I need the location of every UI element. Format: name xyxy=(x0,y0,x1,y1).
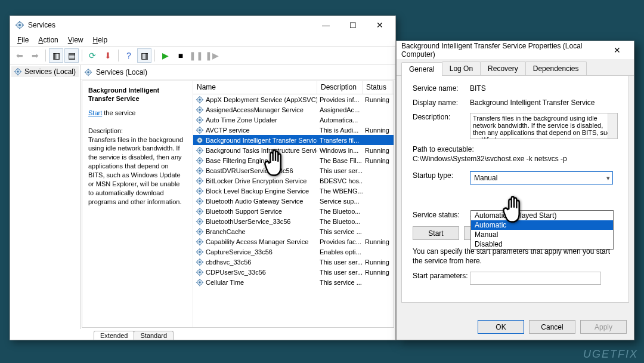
service-row[interactable]: Cellular TimeThis service ... xyxy=(193,277,394,287)
gear-icon xyxy=(196,238,204,246)
gear-icon xyxy=(196,187,204,195)
properties-button[interactable]: ▤ xyxy=(64,48,79,63)
cancel-button[interactable]: Cancel xyxy=(529,320,575,334)
gear-icon xyxy=(196,126,204,134)
service-row[interactable]: Bluetooth Audio Gateway ServiceService s… xyxy=(193,196,394,206)
forward-button[interactable]: ➡ xyxy=(28,48,42,63)
menu-view[interactable]: View xyxy=(63,35,88,45)
pane-header: Services (Local) xyxy=(80,65,395,79)
scrollbar[interactable] xyxy=(608,113,617,139)
start-params-label: Start parameters: xyxy=(413,272,470,280)
start-button[interactable]: Start xyxy=(413,226,459,240)
stop-service-button[interactable]: ■ xyxy=(174,48,188,63)
description-label: Description: xyxy=(88,127,187,134)
tab-logon[interactable]: Log On xyxy=(442,61,481,75)
description-textbox[interactable]: Transfers files in the background using … xyxy=(470,113,618,139)
toolbar: ⬅ ➡ ▥ ▤ ⟳ ⬇ ? ▥ ▶ ■ ❚❚ ❚▶ xyxy=(10,46,395,65)
service-name-value: BITS xyxy=(470,84,618,93)
close-button[interactable]: ✕ xyxy=(605,45,629,55)
tab-recovery[interactable]: Recovery xyxy=(480,61,526,75)
gear-icon xyxy=(196,197,204,205)
startup-type-combobox[interactable]: Manual▾ xyxy=(470,171,613,184)
path-value: C:\Windows\System32\svchost.exe -k netsv… xyxy=(413,155,618,163)
col-description[interactable]: Description xyxy=(317,81,363,94)
startup-type-dropdown: Automatic (Delayed Start) Automatic Manu… xyxy=(470,210,614,250)
service-row[interactable]: CaptureService_33c56Enables opti... xyxy=(193,247,394,257)
service-row[interactable]: Block Level Backup Engine ServiceThe WBE… xyxy=(193,186,394,196)
display-name-value: Background Intelligent Transfer Service xyxy=(470,99,618,107)
menu-help[interactable]: Help xyxy=(88,35,113,45)
service-row[interactable]: BranchCacheThis service ... xyxy=(193,226,394,236)
show-hide-tree-button[interactable]: ▥ xyxy=(49,48,63,63)
help-button[interactable]: ? xyxy=(122,48,136,63)
chevron-down-icon: ▾ xyxy=(606,174,610,182)
gear-icon xyxy=(196,177,204,185)
start-link[interactable]: Start xyxy=(88,109,102,116)
service-row[interactable]: BitLocker Drive Encryption ServiceBDESVC… xyxy=(193,176,394,186)
option-manual[interactable]: Manual xyxy=(471,230,613,239)
gear-icon xyxy=(196,156,204,165)
selected-service-name: Background Intelligent Transfer Service xyxy=(88,86,187,103)
gear-icon xyxy=(196,268,204,276)
tab-general[interactable]: General xyxy=(401,62,442,76)
column-headers: Name Description Status xyxy=(193,81,394,94)
services-window: Services — ☐ ✕ File Action View Help ⬅ ➡… xyxy=(10,16,396,340)
start-service-button[interactable]: ▶ xyxy=(158,48,172,63)
service-row[interactable]: BluetoothUserService_33c56The Bluetoo... xyxy=(193,216,394,226)
display-name-label: Display name: xyxy=(413,99,470,107)
gear-icon xyxy=(196,217,204,226)
tab-dependencies[interactable]: Dependencies xyxy=(525,61,587,75)
service-row[interactable]: Base Filtering EngineThe Base Fil...Runn… xyxy=(193,155,394,165)
refresh-button[interactable]: ⟳ xyxy=(85,48,100,63)
properties-button-2[interactable]: ▥ xyxy=(137,48,151,63)
restart-service-button[interactable]: ❚▶ xyxy=(205,48,219,63)
startup-type-label: Startup type: xyxy=(413,171,470,180)
menu-file[interactable]: File xyxy=(13,35,33,45)
detail-pane: Background Intelligent Transfer Service … xyxy=(82,81,193,327)
description-label: Description: xyxy=(413,113,470,121)
path-label: Path to executable: xyxy=(413,145,618,153)
close-button[interactable]: ✕ xyxy=(366,17,393,33)
option-disabled[interactable]: Disabled xyxy=(471,239,613,249)
service-row[interactable]: CDPUserSvc_33c56This user ser...Running xyxy=(193,267,394,277)
dialog-tabs: General Log On Recovery Dependencies xyxy=(397,59,634,76)
minimize-button[interactable]: — xyxy=(312,17,339,33)
service-row[interactable]: BcastDVRUserService_33c56This user ser..… xyxy=(193,165,394,176)
service-row[interactable]: Capability Access Manager ServiceProvide… xyxy=(193,236,394,247)
maximize-button[interactable]: ☐ xyxy=(339,17,366,33)
service-row[interactable]: Background Tasks Infrastructure ServiceW… xyxy=(193,145,394,155)
option-automatic[interactable]: Automatic xyxy=(471,220,613,230)
col-status[interactable]: Status xyxy=(363,81,392,94)
gear-icon xyxy=(196,248,204,256)
service-row[interactable]: AssignedAccessManager ServiceAssignedAc.… xyxy=(193,104,394,115)
menubar: File Action View Help xyxy=(10,34,395,46)
gear-icon xyxy=(196,278,204,287)
gear-icon xyxy=(196,167,204,175)
pause-service-button[interactable]: ❚❚ xyxy=(189,48,203,63)
watermark: UGETFIX xyxy=(583,348,638,361)
service-row[interactable]: Bluetooth Support ServiceThe Bluetoo... xyxy=(193,206,394,216)
tab-extended[interactable]: Extended xyxy=(94,331,134,340)
service-row[interactable]: Background Intelligent Transfer ServiceT… xyxy=(193,135,394,145)
hint-text: You can specify the start parameters tha… xyxy=(413,247,618,266)
window-title: Services xyxy=(28,21,312,29)
apply-button[interactable]: Apply xyxy=(580,320,627,334)
service-status-label: Service status: xyxy=(413,211,470,219)
menu-action[interactable]: Action xyxy=(33,35,63,45)
option-automatic-delayed[interactable]: Automatic (Delayed Start) xyxy=(471,211,613,220)
service-row[interactable]: AppX Deployment Service (AppXSVC)Provide… xyxy=(193,94,394,104)
export-button[interactable]: ⬇ xyxy=(101,48,115,63)
titlebar[interactable]: Services — ☐ ✕ xyxy=(10,16,395,34)
start-params-input[interactable] xyxy=(470,272,601,285)
dialog-titlebar[interactable]: Background Intelligent Transfer Service … xyxy=(397,41,634,59)
service-row[interactable]: AVCTP serviceThis is Audi...Running xyxy=(193,125,394,135)
tree-root[interactable]: Services (Local) xyxy=(11,66,79,77)
gear-icon xyxy=(196,106,204,114)
back-button[interactable]: ⬅ xyxy=(13,48,27,63)
service-row[interactable]: Auto Time Zone UpdaterAutomatica... xyxy=(193,115,394,125)
tab-standard[interactable]: Standard xyxy=(134,331,174,340)
col-name[interactable]: Name xyxy=(193,81,317,94)
ok-button[interactable]: OK xyxy=(478,320,524,334)
service-name-label: Service name: xyxy=(413,84,470,93)
service-row[interactable]: cbdhsvc_33c56This user ser...Running xyxy=(193,257,394,267)
